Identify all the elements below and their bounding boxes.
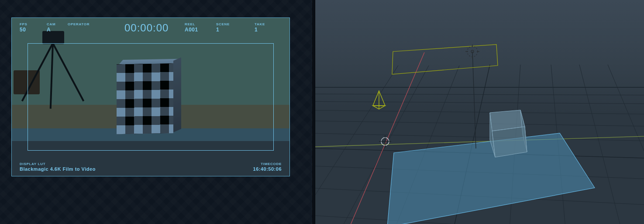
light-pole [472, 52, 476, 148]
viewport-canvas[interactable] [315, 0, 644, 224]
app-root: FPS 50 CAM A OPERATOR 00:00:00 REEL A001 [0, 0, 644, 224]
hud-scene: SCENE 1 [216, 22, 230, 33]
svg-line-4 [315, 121, 644, 127]
svg-line-17 [608, 65, 644, 224]
hud-lut-value: Blackmagic 4.6K Film to Video [20, 166, 96, 172]
hud-timecode-value: 16:40:50:06 [253, 166, 282, 172]
hud-fps-value: 50 [20, 27, 28, 33]
svg-marker-18 [387, 133, 595, 224]
hud-fps: FPS 50 [20, 22, 28, 33]
hud-cam-label: CAM [47, 22, 55, 26]
hud-reel-value: A001 [185, 27, 198, 33]
hud-timecode-large: 00:00:00 [124, 21, 169, 34]
hud-take: TAKE 1 [255, 22, 265, 33]
hud-timecode-label: TIMECODE [253, 162, 282, 166]
svg-line-5 [315, 133, 644, 141]
svg-line-2 [315, 101, 644, 104]
hud-cam-value: A [47, 27, 55, 33]
hud-scene-label: SCENE [216, 22, 230, 26]
hud-fps-label: FPS [20, 22, 28, 26]
svg-line-1 [315, 94, 644, 95]
hud-take-label: TAKE [255, 22, 265, 26]
camera-monitor[interactable]: FPS 50 CAM A OPERATOR 00:00:00 REEL A001 [11, 17, 290, 176]
3d-viewport[interactable] [315, 0, 644, 224]
camera-icon[interactable] [373, 91, 385, 109]
svg-line-16 [579, 65, 630, 224]
hud-operator-label: OPERATOR [68, 22, 90, 26]
cube-mesh[interactable] [490, 110, 527, 157]
hud-lut-label: DISPLAY LUT [20, 162, 96, 166]
hud-reel: REEL A001 [185, 22, 198, 33]
hud-display-lut: DISPLAY LUT Blackmagic 4.6K Film to Vide… [20, 162, 96, 172]
3d-cursor-icon[interactable] [379, 135, 391, 148]
hud-take-value: 1 [255, 27, 265, 33]
hud-timecode-large-value: 00:00:00 [124, 22, 169, 34]
camera-frustum[interactable] [392, 45, 498, 74]
hud-scene-value: 1 [216, 27, 230, 33]
svg-line-9 [315, 214, 644, 224]
ground-plane[interactable] [387, 133, 595, 224]
hud-operator: OPERATOR [68, 22, 90, 27]
hud-reel-label: REEL [185, 22, 198, 26]
hud-cam: CAM A [47, 22, 55, 33]
hud-timecode-small: TIMECODE 16:40:50:06 [253, 162, 282, 172]
svg-marker-23 [492, 127, 527, 157]
monitor-hud: FPS 50 CAM A OPERATOR 00:00:00 REEL A001 [12, 18, 289, 176]
camera-monitor-pane: FPS 50 CAM A OPERATOR 00:00:00 REEL A001 [0, 0, 313, 224]
